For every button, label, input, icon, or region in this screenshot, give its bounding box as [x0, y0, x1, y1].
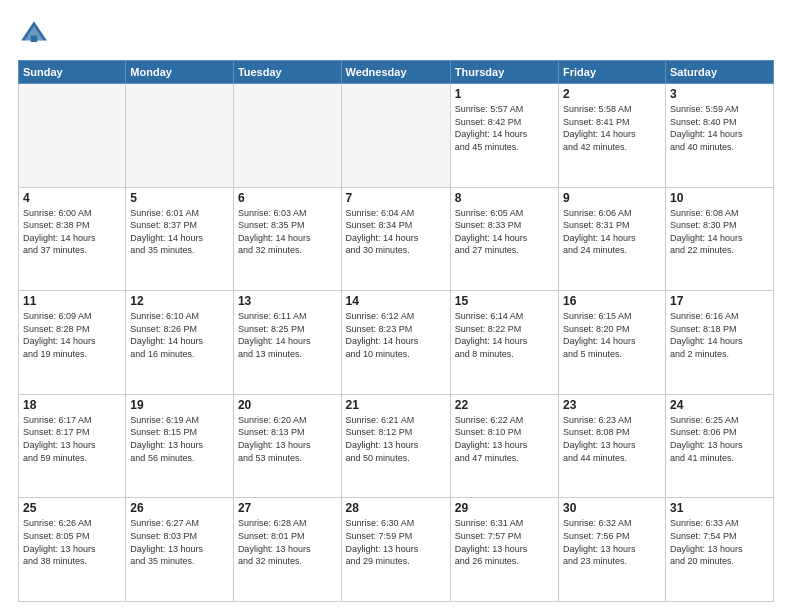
- weekday-header-saturday: Saturday: [665, 61, 773, 84]
- cell-day-number: 31: [670, 501, 769, 515]
- calendar-cell: 28Sunrise: 6:30 AM Sunset: 7:59 PM Dayli…: [341, 498, 450, 602]
- cell-info-text: Sunrise: 6:03 AM Sunset: 8:35 PM Dayligh…: [238, 207, 337, 257]
- calendar-cell: 10Sunrise: 6:08 AM Sunset: 8:30 PM Dayli…: [665, 187, 773, 291]
- cell-day-number: 1: [455, 87, 554, 101]
- calendar-cell: 22Sunrise: 6:22 AM Sunset: 8:10 PM Dayli…: [450, 394, 558, 498]
- weekday-header-tuesday: Tuesday: [233, 61, 341, 84]
- cell-day-number: 12: [130, 294, 229, 308]
- cell-info-text: Sunrise: 6:16 AM Sunset: 8:18 PM Dayligh…: [670, 310, 769, 360]
- cell-day-number: 21: [346, 398, 446, 412]
- cell-info-text: Sunrise: 6:32 AM Sunset: 7:56 PM Dayligh…: [563, 517, 661, 567]
- header: [18, 18, 774, 50]
- calendar-page: SundayMondayTuesdayWednesdayThursdayFrid…: [0, 0, 792, 612]
- cell-day-number: 4: [23, 191, 121, 205]
- cell-info-text: Sunrise: 6:01 AM Sunset: 8:37 PM Dayligh…: [130, 207, 229, 257]
- cell-day-number: 3: [670, 87, 769, 101]
- calendar-cell: 5Sunrise: 6:01 AM Sunset: 8:37 PM Daylig…: [126, 187, 234, 291]
- weekday-header-friday: Friday: [559, 61, 666, 84]
- cell-info-text: Sunrise: 6:19 AM Sunset: 8:15 PM Dayligh…: [130, 414, 229, 464]
- cell-day-number: 23: [563, 398, 661, 412]
- cell-day-number: 7: [346, 191, 446, 205]
- cell-day-number: 15: [455, 294, 554, 308]
- calendar-cell: 31Sunrise: 6:33 AM Sunset: 7:54 PM Dayli…: [665, 498, 773, 602]
- cell-info-text: Sunrise: 6:21 AM Sunset: 8:12 PM Dayligh…: [346, 414, 446, 464]
- calendar-cell: 11Sunrise: 6:09 AM Sunset: 8:28 PM Dayli…: [19, 291, 126, 395]
- cell-info-text: Sunrise: 6:27 AM Sunset: 8:03 PM Dayligh…: [130, 517, 229, 567]
- calendar-cell: 7Sunrise: 6:04 AM Sunset: 8:34 PM Daylig…: [341, 187, 450, 291]
- cell-day-number: 17: [670, 294, 769, 308]
- calendar-cell: 23Sunrise: 6:23 AM Sunset: 8:08 PM Dayli…: [559, 394, 666, 498]
- calendar-cell: 18Sunrise: 6:17 AM Sunset: 8:17 PM Dayli…: [19, 394, 126, 498]
- cell-day-number: 16: [563, 294, 661, 308]
- cell-day-number: 10: [670, 191, 769, 205]
- calendar-cell: 2Sunrise: 5:58 AM Sunset: 8:41 PM Daylig…: [559, 84, 666, 188]
- cell-info-text: Sunrise: 6:05 AM Sunset: 8:33 PM Dayligh…: [455, 207, 554, 257]
- calendar-cell: 25Sunrise: 6:26 AM Sunset: 8:05 PM Dayli…: [19, 498, 126, 602]
- calendar-cell: 21Sunrise: 6:21 AM Sunset: 8:12 PM Dayli…: [341, 394, 450, 498]
- weekday-header-thursday: Thursday: [450, 61, 558, 84]
- logo-icon: [18, 18, 50, 50]
- calendar-week-row: 18Sunrise: 6:17 AM Sunset: 8:17 PM Dayli…: [19, 394, 774, 498]
- calendar-cell: 4Sunrise: 6:00 AM Sunset: 8:38 PM Daylig…: [19, 187, 126, 291]
- cell-day-number: 11: [23, 294, 121, 308]
- cell-info-text: Sunrise: 6:15 AM Sunset: 8:20 PM Dayligh…: [563, 310, 661, 360]
- cell-day-number: 28: [346, 501, 446, 515]
- cell-info-text: Sunrise: 5:57 AM Sunset: 8:42 PM Dayligh…: [455, 103, 554, 153]
- calendar-cell: [233, 84, 341, 188]
- cell-day-number: 30: [563, 501, 661, 515]
- calendar-table: SundayMondayTuesdayWednesdayThursdayFrid…: [18, 60, 774, 602]
- calendar-cell: 20Sunrise: 6:20 AM Sunset: 8:13 PM Dayli…: [233, 394, 341, 498]
- cell-day-number: 14: [346, 294, 446, 308]
- calendar-week-row: 25Sunrise: 6:26 AM Sunset: 8:05 PM Dayli…: [19, 498, 774, 602]
- cell-info-text: Sunrise: 6:25 AM Sunset: 8:06 PM Dayligh…: [670, 414, 769, 464]
- cell-info-text: Sunrise: 6:28 AM Sunset: 8:01 PM Dayligh…: [238, 517, 337, 567]
- cell-day-number: 29: [455, 501, 554, 515]
- svg-rect-2: [31, 36, 37, 42]
- cell-day-number: 20: [238, 398, 337, 412]
- calendar-cell: 14Sunrise: 6:12 AM Sunset: 8:23 PM Dayli…: [341, 291, 450, 395]
- cell-info-text: Sunrise: 6:12 AM Sunset: 8:23 PM Dayligh…: [346, 310, 446, 360]
- calendar-cell: 24Sunrise: 6:25 AM Sunset: 8:06 PM Dayli…: [665, 394, 773, 498]
- cell-info-text: Sunrise: 6:17 AM Sunset: 8:17 PM Dayligh…: [23, 414, 121, 464]
- calendar-cell: 13Sunrise: 6:11 AM Sunset: 8:25 PM Dayli…: [233, 291, 341, 395]
- cell-info-text: Sunrise: 6:10 AM Sunset: 8:26 PM Dayligh…: [130, 310, 229, 360]
- cell-info-text: Sunrise: 6:08 AM Sunset: 8:30 PM Dayligh…: [670, 207, 769, 257]
- cell-day-number: 9: [563, 191, 661, 205]
- cell-info-text: Sunrise: 6:22 AM Sunset: 8:10 PM Dayligh…: [455, 414, 554, 464]
- cell-info-text: Sunrise: 6:23 AM Sunset: 8:08 PM Dayligh…: [563, 414, 661, 464]
- calendar-cell: 29Sunrise: 6:31 AM Sunset: 7:57 PM Dayli…: [450, 498, 558, 602]
- cell-info-text: Sunrise: 6:33 AM Sunset: 7:54 PM Dayligh…: [670, 517, 769, 567]
- cell-info-text: Sunrise: 6:26 AM Sunset: 8:05 PM Dayligh…: [23, 517, 121, 567]
- calendar-cell: 6Sunrise: 6:03 AM Sunset: 8:35 PM Daylig…: [233, 187, 341, 291]
- calendar-cell: 26Sunrise: 6:27 AM Sunset: 8:03 PM Dayli…: [126, 498, 234, 602]
- calendar-week-row: 11Sunrise: 6:09 AM Sunset: 8:28 PM Dayli…: [19, 291, 774, 395]
- cell-info-text: Sunrise: 6:04 AM Sunset: 8:34 PM Dayligh…: [346, 207, 446, 257]
- cell-info-text: Sunrise: 5:59 AM Sunset: 8:40 PM Dayligh…: [670, 103, 769, 153]
- cell-info-text: Sunrise: 6:20 AM Sunset: 8:13 PM Dayligh…: [238, 414, 337, 464]
- calendar-cell: 19Sunrise: 6:19 AM Sunset: 8:15 PM Dayli…: [126, 394, 234, 498]
- calendar-cell: 30Sunrise: 6:32 AM Sunset: 7:56 PM Dayli…: [559, 498, 666, 602]
- calendar-cell: 17Sunrise: 6:16 AM Sunset: 8:18 PM Dayli…: [665, 291, 773, 395]
- cell-day-number: 5: [130, 191, 229, 205]
- weekday-header-row: SundayMondayTuesdayWednesdayThursdayFrid…: [19, 61, 774, 84]
- cell-info-text: Sunrise: 6:30 AM Sunset: 7:59 PM Dayligh…: [346, 517, 446, 567]
- cell-day-number: 8: [455, 191, 554, 205]
- calendar-cell: 1Sunrise: 5:57 AM Sunset: 8:42 PM Daylig…: [450, 84, 558, 188]
- cell-day-number: 2: [563, 87, 661, 101]
- cell-info-text: Sunrise: 6:09 AM Sunset: 8:28 PM Dayligh…: [23, 310, 121, 360]
- cell-info-text: Sunrise: 5:58 AM Sunset: 8:41 PM Dayligh…: [563, 103, 661, 153]
- cell-day-number: 27: [238, 501, 337, 515]
- calendar-cell: [341, 84, 450, 188]
- cell-day-number: 19: [130, 398, 229, 412]
- calendar-cell: [19, 84, 126, 188]
- calendar-cell: 12Sunrise: 6:10 AM Sunset: 8:26 PM Dayli…: [126, 291, 234, 395]
- calendar-cell: 27Sunrise: 6:28 AM Sunset: 8:01 PM Dayli…: [233, 498, 341, 602]
- calendar-cell: 3Sunrise: 5:59 AM Sunset: 8:40 PM Daylig…: [665, 84, 773, 188]
- cell-info-text: Sunrise: 6:14 AM Sunset: 8:22 PM Dayligh…: [455, 310, 554, 360]
- cell-day-number: 6: [238, 191, 337, 205]
- calendar-week-row: 4Sunrise: 6:00 AM Sunset: 8:38 PM Daylig…: [19, 187, 774, 291]
- cell-day-number: 24: [670, 398, 769, 412]
- calendar-cell: 8Sunrise: 6:05 AM Sunset: 8:33 PM Daylig…: [450, 187, 558, 291]
- calendar-week-row: 1Sunrise: 5:57 AM Sunset: 8:42 PM Daylig…: [19, 84, 774, 188]
- weekday-header-monday: Monday: [126, 61, 234, 84]
